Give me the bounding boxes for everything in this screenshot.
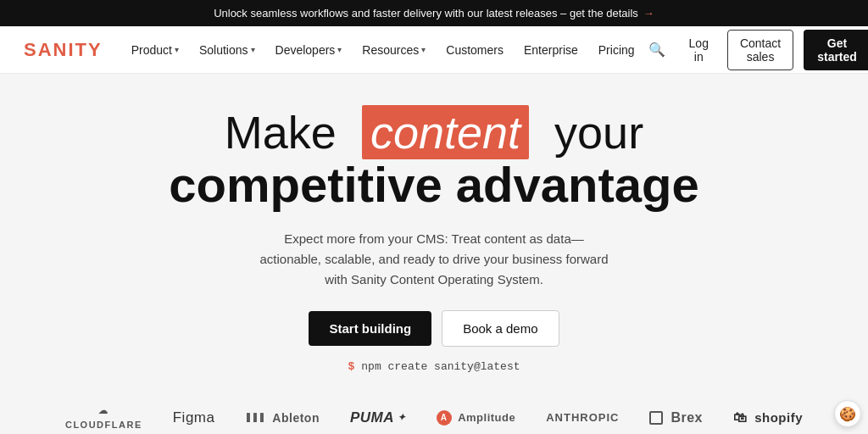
logo-bar: ☁ CLOUDFLARE Figma ⫾⫾⫾ Ableton PUMA✦ A A… [0,390,868,430]
chevron-down-icon: ▾ [421,45,426,54]
brand-amplitude: A Amplitude [437,410,516,426]
get-started-button[interactable]: Get started [804,30,868,70]
hero-title-line2: competitive advantage [169,158,698,212]
start-building-button[interactable]: Start building [309,311,431,346]
nav-item-customers[interactable]: Customers [437,38,512,62]
cli-command-text: npm create sanity@latest [361,360,520,373]
brand-brex: Brex [649,410,703,426]
search-button[interactable]: 🔍 [643,38,670,61]
cookie-badge[interactable]: 🍪 [834,400,861,427]
hero-highlight: content [362,105,529,159]
hero-title-line1: Make content your [169,108,698,158]
bars-icon: ⫾⫾⫾ [245,409,265,426]
hero-cta-group: Start building Book a demo [309,310,559,347]
chevron-down-icon: ▾ [337,45,342,54]
chevron-down-icon: ▾ [251,45,255,54]
announcement-text: Unlock seamless workflows and faster del… [214,7,638,19]
contact-sales-button[interactable]: Contact sales [727,30,793,70]
hero-section: Make content your competitive advantage … [0,74,868,390]
hero-title: Make content your competitive advantage [169,108,698,212]
brand-cloudflare: ☁ CLOUDFLARE [65,405,142,430]
navbar: SANITY Product ▾ Solutions ▾ Developers … [0,26,868,74]
nav-item-product[interactable]: Product ▾ [123,38,187,62]
brand-ableton: ⫾⫾⫾ Ableton [245,409,319,426]
login-button[interactable]: Log in [681,31,717,69]
cookie-icon: 🍪 [839,406,856,422]
brand-anthropic: ANTHROPIC [546,411,619,424]
nav-item-enterprise[interactable]: Enterprise [515,38,587,62]
brand-shopify: 🛍 shopify [733,410,803,426]
announcement-bar: Unlock seamless workflows and faster del… [0,0,868,26]
nav-item-pricing[interactable]: Pricing [590,38,643,62]
amplitude-icon: A [437,410,452,426]
cloud-icon: ☁ [98,405,109,416]
search-icon: 🔍 [648,42,665,57]
nav-links: Product ▾ Solutions ▾ Developers ▾ Resou… [123,38,643,62]
nav-item-resources[interactable]: Resources ▾ [353,38,434,62]
nav-item-developers[interactable]: Developers ▾ [267,38,351,62]
announcement-link[interactable]: → [643,7,654,19]
shopify-icon: 🛍 [733,410,748,426]
chevron-down-icon: ▾ [175,45,179,54]
logo[interactable]: SANITY [24,39,103,61]
cli-dollar: $ [348,360,354,373]
book-demo-button[interactable]: Book a demo [442,310,559,347]
brex-icon [649,411,663,425]
nav-item-solutions[interactable]: Solutions ▾ [191,38,264,62]
cli-command-line: $ npm create sanity@latest [348,360,520,373]
nav-actions: 🔍 Log in Contact sales Get started [643,30,868,70]
brand-figma: Figma [173,409,215,426]
hero-subtitle: Expect more from your CMS: Treat content… [256,229,612,290]
brand-puma: PUMA✦ [350,409,406,426]
